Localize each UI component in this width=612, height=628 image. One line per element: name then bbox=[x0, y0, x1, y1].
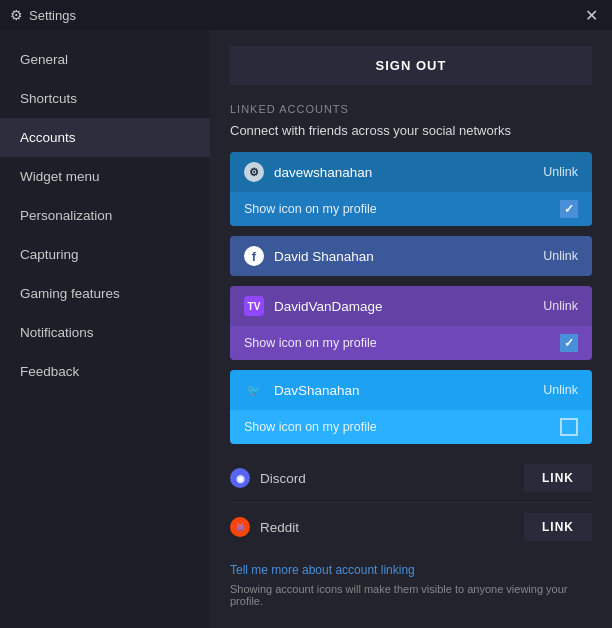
close-button[interactable]: ✕ bbox=[581, 4, 602, 27]
sidebar-item-label: Notifications bbox=[20, 325, 94, 340]
steam-icon: ⚙ bbox=[244, 162, 264, 182]
facebook-card-left: f David Shanahan bbox=[244, 246, 374, 266]
twitch-username: DavidVanDamage bbox=[274, 299, 383, 314]
twitter-card-main: 🐦 DavShanahan Unlink bbox=[230, 370, 592, 410]
twitter-card-left: 🐦 DavShanahan bbox=[244, 380, 360, 400]
twitch-show-icon-checkbox[interactable] bbox=[560, 334, 578, 352]
twitch-icon: TV bbox=[244, 296, 264, 316]
section-label: LINKED ACCOUNTS bbox=[230, 103, 592, 115]
twitch-card-sub: Show icon on my profile bbox=[230, 326, 592, 360]
account-card-facebook: f David Shanahan Unlink bbox=[230, 236, 592, 276]
steam-show-icon-label: Show icon on my profile bbox=[244, 202, 377, 216]
sidebar-item-label: Shortcuts bbox=[20, 91, 77, 106]
main-content: SIGN OUT LINKED ACCOUNTS Connect with fr… bbox=[210, 30, 612, 628]
twitter-unlink-button[interactable]: Unlink bbox=[543, 383, 578, 397]
sidebar-item-accounts[interactable]: Accounts bbox=[0, 118, 210, 157]
titlebar-left: ⚙ Settings bbox=[10, 7, 76, 23]
reddit-row: 👾 Reddit LINK bbox=[230, 503, 592, 551]
steam-card-sub: Show icon on my profile bbox=[230, 192, 592, 226]
sidebar-item-label: General bbox=[20, 52, 68, 67]
sidebar-item-label: Widget menu bbox=[20, 169, 100, 184]
account-card-steam: ⚙ davewshanahan Unlink Show icon on my p… bbox=[230, 152, 592, 226]
gear-icon: ⚙ bbox=[10, 7, 23, 23]
content-area: General Shortcuts Accounts Widget menu P… bbox=[0, 30, 612, 628]
sidebar-item-label: Gaming features bbox=[20, 286, 120, 301]
reddit-link-button[interactable]: LINK bbox=[524, 513, 592, 541]
sidebar-item-label: Accounts bbox=[20, 130, 76, 145]
sidebar-item-label: Capturing bbox=[20, 247, 79, 262]
settings-window: ⚙ Settings ✕ General Shortcuts Accounts … bbox=[0, 0, 612, 628]
sidebar-item-capturing[interactable]: Capturing bbox=[0, 235, 210, 274]
twitch-card-main: TV DavidVanDamage Unlink bbox=[230, 286, 592, 326]
sidebar-item-personalization[interactable]: Personalization bbox=[0, 196, 210, 235]
discord-link-button[interactable]: LINK bbox=[524, 464, 592, 492]
discord-icon: ◉ bbox=[230, 468, 250, 488]
discord-left: ◉ Discord bbox=[230, 468, 306, 488]
reddit-left: 👾 Reddit bbox=[230, 517, 299, 537]
twitter-username: DavShanahan bbox=[274, 383, 360, 398]
reddit-icon: 👾 bbox=[230, 517, 250, 537]
twitter-card-sub: Show icon on my profile bbox=[230, 410, 592, 444]
facebook-username: David Shanahan bbox=[274, 249, 374, 264]
sidebar-item-feedback[interactable]: Feedback bbox=[0, 352, 210, 391]
account-linking-info-link[interactable]: Tell me more about account linking bbox=[230, 563, 592, 577]
steam-unlink-button[interactable]: Unlink bbox=[543, 165, 578, 179]
steam-show-icon-checkbox[interactable] bbox=[560, 200, 578, 218]
sidebar-item-gaming-features[interactable]: Gaming features bbox=[0, 274, 210, 313]
sidebar: General Shortcuts Accounts Widget menu P… bbox=[0, 30, 210, 628]
facebook-icon: f bbox=[244, 246, 264, 266]
steam-username: davewshanahan bbox=[274, 165, 372, 180]
twitch-unlink-button[interactable]: Unlink bbox=[543, 299, 578, 313]
discord-label: Discord bbox=[260, 471, 306, 486]
window-title: Settings bbox=[29, 8, 76, 23]
footer-note: Showing account icons will make them vis… bbox=[230, 583, 592, 607]
sidebar-item-general[interactable]: General bbox=[0, 40, 210, 79]
steam-card-left: ⚙ davewshanahan bbox=[244, 162, 372, 182]
sidebar-item-label: Feedback bbox=[20, 364, 79, 379]
reddit-label: Reddit bbox=[260, 520, 299, 535]
sign-out-button[interactable]: SIGN OUT bbox=[230, 46, 592, 85]
sidebar-item-shortcuts[interactable]: Shortcuts bbox=[0, 79, 210, 118]
sidebar-item-label: Personalization bbox=[20, 208, 112, 223]
account-card-twitter: 🐦 DavShanahan Unlink Show icon on my pro… bbox=[230, 370, 592, 444]
twitter-show-icon-label: Show icon on my profile bbox=[244, 420, 377, 434]
account-card-twitch: TV DavidVanDamage Unlink Show icon on my… bbox=[230, 286, 592, 360]
facebook-card-main: f David Shanahan Unlink bbox=[230, 236, 592, 276]
twitter-show-icon-checkbox[interactable] bbox=[560, 418, 578, 436]
twitch-card-left: TV DavidVanDamage bbox=[244, 296, 383, 316]
section-description: Connect with friends across your social … bbox=[230, 123, 592, 138]
steam-card-main: ⚙ davewshanahan Unlink bbox=[230, 152, 592, 192]
twitch-show-icon-label: Show icon on my profile bbox=[244, 336, 377, 350]
titlebar: ⚙ Settings ✕ bbox=[0, 0, 612, 30]
twitter-icon: 🐦 bbox=[244, 380, 264, 400]
sidebar-item-notifications[interactable]: Notifications bbox=[0, 313, 210, 352]
facebook-unlink-button[interactable]: Unlink bbox=[543, 249, 578, 263]
discord-row: ◉ Discord LINK bbox=[230, 454, 592, 503]
sidebar-item-widget-menu[interactable]: Widget menu bbox=[0, 157, 210, 196]
